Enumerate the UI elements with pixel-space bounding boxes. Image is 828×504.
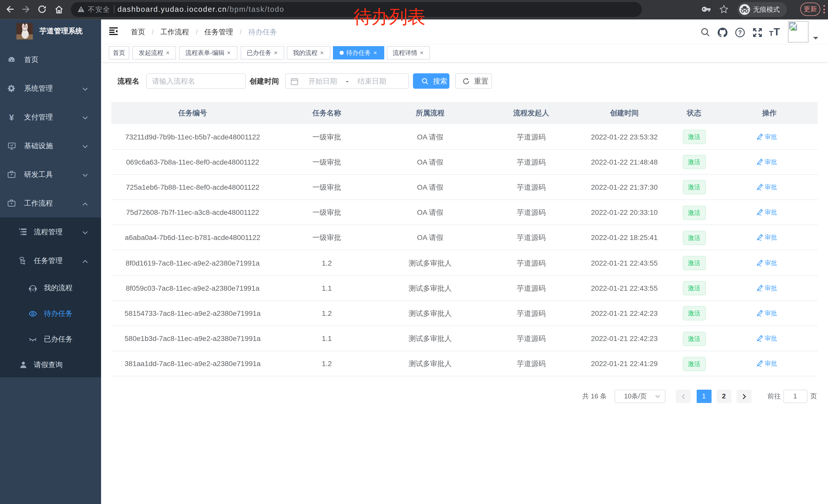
svg-text:?: ? xyxy=(738,29,742,36)
svg-text:¥: ¥ xyxy=(9,113,14,121)
